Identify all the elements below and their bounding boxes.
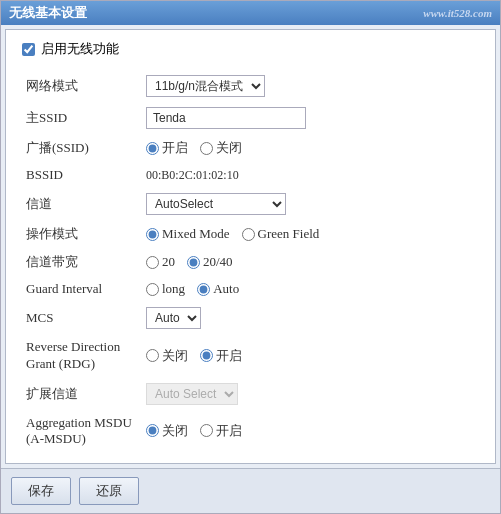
mcs-label: MCS (22, 302, 142, 334)
bssid-value: 00:B0:2C:01:02:10 (142, 162, 479, 188)
bw-2040-label: 20/40 (203, 254, 233, 270)
mixed-mode-item[interactable]: Mixed Mode (146, 226, 230, 242)
bssid-text: 00:B0:2C:01:02:10 (146, 168, 239, 182)
amsdu-on-label: 开启 (216, 422, 242, 440)
network-mode-row: 网络模式 11b/g/n混合模式 11b模式 11g模式 11n模式 (22, 70, 479, 102)
green-field-item[interactable]: Green Field (242, 226, 320, 242)
guard-interval-row: Guard Interval long Auto (22, 276, 479, 302)
green-field-radio[interactable] (242, 228, 255, 241)
rdg-row: Reverse DirectionGrant (RDG) 关闭 开启 (22, 334, 479, 378)
amsdu-off-label: 关闭 (162, 422, 188, 440)
save-button[interactable]: 保存 (11, 477, 71, 505)
rdg-off-item[interactable]: 关闭 (146, 347, 188, 365)
amsdu-off-item[interactable]: 关闭 (146, 422, 188, 440)
channel-value: AutoSelect 123 456 789 1011 (142, 188, 479, 220)
window-title: 无线基本设置 (9, 4, 87, 22)
rdg-on-label: 开启 (216, 347, 242, 365)
gi-auto-radio[interactable] (197, 283, 210, 296)
bssid-row: BSSID 00:B0:2C:01:02:10 (22, 162, 479, 188)
rdg-label: Reverse DirectionGrant (RDG) (22, 334, 142, 378)
mixed-mode-radio[interactable] (146, 228, 159, 241)
rdg-on-item[interactable]: 开启 (200, 347, 242, 365)
bw-20-radio[interactable] (146, 256, 159, 269)
operation-mode-value: Mixed Mode Green Field (142, 220, 479, 248)
amsdu-off-radio[interactable] (146, 424, 159, 437)
green-field-label: Green Field (258, 226, 320, 242)
amsdu-row: Aggregation MSDU (A-MSDU) 关闭 开启 (22, 410, 479, 452)
channel-row: 信道 AutoSelect 123 456 789 1011 (22, 188, 479, 220)
ext-channel-label: 扩展信道 (22, 378, 142, 410)
amsdu-value: 关闭 开启 (142, 410, 479, 452)
operation-mode-label: 操作模式 (22, 220, 142, 248)
gi-auto-item[interactable]: Auto (197, 281, 239, 297)
amsdu-on-radio[interactable] (200, 424, 213, 437)
enable-wireless-row: 启用无线功能 (22, 40, 479, 58)
settings-table: 网络模式 11b/g/n混合模式 11b模式 11g模式 11n模式 主SSID (22, 70, 479, 452)
ssid-input[interactable] (146, 107, 306, 129)
broadcast-label: 广播(SSID) (22, 134, 142, 162)
bottom-bar: 保存 还原 (1, 468, 500, 513)
rdg-off-radio[interactable] (146, 349, 159, 362)
gi-auto-label: Auto (213, 281, 239, 297)
channel-label: 信道 (22, 188, 142, 220)
rdg-label-text: Reverse DirectionGrant (RDG) (26, 339, 120, 371)
title-bar: 无线基本设置 www.it528.com (1, 1, 500, 25)
bw-20-label: 20 (162, 254, 175, 270)
channel-select[interactable]: AutoSelect 123 456 789 1011 (146, 193, 286, 215)
ssid-row: 主SSID (22, 102, 479, 134)
amsdu-label-text: Aggregation MSDU (A-MSDU) (26, 415, 132, 446)
bw-2040-item[interactable]: 20/40 (187, 254, 233, 270)
amsdu-label: Aggregation MSDU (A-MSDU) (22, 410, 142, 452)
bssid-label: BSSID (22, 162, 142, 188)
broadcast-on-label: 开启 (162, 139, 188, 157)
rdg-off-label: 关闭 (162, 347, 188, 365)
mcs-select[interactable]: Auto 012 345 67 (146, 307, 201, 329)
mcs-row: MCS Auto 012 345 67 (22, 302, 479, 334)
rdg-on-radio[interactable] (200, 349, 213, 362)
network-mode-select[interactable]: 11b/g/n混合模式 11b模式 11g模式 11n模式 (146, 75, 265, 97)
operation-mode-row: 操作模式 Mixed Mode Green Field (22, 220, 479, 248)
guard-interval-radio-group: long Auto (146, 281, 475, 297)
broadcast-on-radio[interactable] (146, 142, 159, 155)
gi-long-radio[interactable] (146, 283, 159, 296)
broadcast-off-label: 关闭 (216, 139, 242, 157)
amsdu-radio-group: 关闭 开启 (146, 422, 475, 440)
content-area: 启用无线功能 网络模式 11b/g/n混合模式 11b模式 11g模式 11n模… (5, 29, 496, 464)
broadcast-on-item[interactable]: 开启 (146, 139, 188, 157)
ssid-label: 主SSID (22, 102, 142, 134)
network-mode-label: 网络模式 (22, 70, 142, 102)
gi-long-label: long (162, 281, 185, 297)
enable-wireless-checkbox[interactable] (22, 43, 35, 56)
ext-channel-select: Auto Select (146, 383, 238, 405)
broadcast-off-radio[interactable] (200, 142, 213, 155)
main-window: 无线基本设置 www.it528.com 启用无线功能 网络模式 11b/g/n… (0, 0, 501, 514)
operation-mode-radio-group: Mixed Mode Green Field (146, 226, 475, 242)
mcs-value: Auto 012 345 67 (142, 302, 479, 334)
broadcast-off-item[interactable]: 关闭 (200, 139, 242, 157)
network-mode-value: 11b/g/n混合模式 11b模式 11g模式 11n模式 (142, 70, 479, 102)
broadcast-row: 广播(SSID) 开启 关闭 (22, 134, 479, 162)
amsdu-on-item[interactable]: 开启 (200, 422, 242, 440)
reset-button[interactable]: 还原 (79, 477, 139, 505)
channel-bw-value: 20 20/40 (142, 248, 479, 276)
watermark: www.it528.com (423, 7, 492, 19)
mixed-mode-label: Mixed Mode (162, 226, 230, 242)
ssid-value (142, 102, 479, 134)
channel-bw-radio-group: 20 20/40 (146, 254, 475, 270)
bw-2040-radio[interactable] (187, 256, 200, 269)
channel-bw-label: 信道带宽 (22, 248, 142, 276)
guard-interval-value: long Auto (142, 276, 479, 302)
rdg-value: 关闭 开启 (142, 334, 479, 378)
bw-20-item[interactable]: 20 (146, 254, 175, 270)
channel-bw-row: 信道带宽 20 20/40 (22, 248, 479, 276)
gi-long-item[interactable]: long (146, 281, 185, 297)
guard-interval-label: Guard Interval (22, 276, 142, 302)
enable-wireless-label[interactable]: 启用无线功能 (41, 40, 119, 58)
ext-channel-value: Auto Select (142, 378, 479, 410)
broadcast-radio-group: 开启 关闭 (146, 139, 475, 157)
rdg-radio-group: 关闭 开启 (146, 347, 475, 365)
broadcast-value: 开启 关闭 (142, 134, 479, 162)
ext-channel-row: 扩展信道 Auto Select (22, 378, 479, 410)
